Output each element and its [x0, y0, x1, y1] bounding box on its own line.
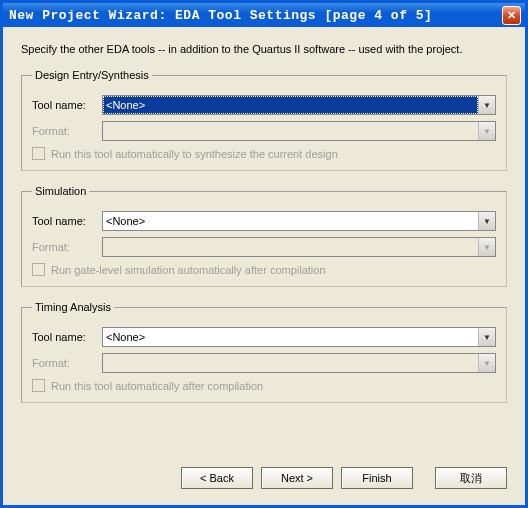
- timing-run-checkbox: [32, 379, 45, 392]
- sim-format-label: Format:: [32, 241, 102, 253]
- design-tool-label: Tool name:: [32, 99, 102, 111]
- sim-run-checkbox: [32, 263, 45, 276]
- chevron-down-icon[interactable]: ▼: [478, 96, 495, 114]
- design-format-label: Format:: [32, 125, 102, 137]
- next-button[interactable]: Next >: [261, 467, 333, 489]
- sim-tool-value: <None>: [103, 215, 478, 227]
- sim-tool-select[interactable]: <None> ▼: [102, 211, 496, 231]
- button-row: < Back Next > Finish 取消: [181, 467, 507, 489]
- design-format-select: ▼: [102, 121, 496, 141]
- cancel-button[interactable]: 取消: [435, 467, 507, 489]
- design-checkbox-text: Run this tool automatically to synthesiz…: [51, 148, 338, 160]
- group-timing: Timing Analysis Tool name: <None> ▼ Form…: [21, 301, 507, 403]
- group-design-entry: Design Entry/Synthesis Tool name: <None>…: [21, 69, 507, 171]
- timing-format-label: Format:: [32, 357, 102, 369]
- chevron-down-icon[interactable]: ▼: [478, 212, 495, 230]
- design-tool-value: <None>: [103, 96, 478, 114]
- group-simulation: Simulation Tool name: <None> ▼ Format: ▼…: [21, 185, 507, 287]
- sim-format-select: ▼: [102, 237, 496, 257]
- timing-tool-select[interactable]: <None> ▼: [102, 327, 496, 347]
- sim-tool-label: Tool name:: [32, 215, 102, 227]
- group-design-legend: Design Entry/Synthesis: [32, 69, 152, 81]
- group-simulation-legend: Simulation: [32, 185, 89, 197]
- timing-format-select: ▼: [102, 353, 496, 373]
- sim-checkbox-text: Run gate-level simulation automatically …: [51, 264, 326, 276]
- chevron-down-icon: ▼: [478, 354, 495, 372]
- chevron-down-icon: ▼: [478, 238, 495, 256]
- chevron-down-icon[interactable]: ▼: [478, 328, 495, 346]
- timing-checkbox-text: Run this tool automatically after compil…: [51, 380, 263, 392]
- timing-tool-label: Tool name:: [32, 331, 102, 343]
- titlebar: New Project Wizard: EDA Tool Settings [p…: [3, 3, 525, 27]
- back-button[interactable]: < Back: [181, 467, 253, 489]
- client-area: Specify the other EDA tools -- in additi…: [3, 27, 525, 403]
- intro-text: Specify the other EDA tools -- in additi…: [21, 43, 507, 55]
- window-title: New Project Wizard: EDA Tool Settings [p…: [9, 8, 432, 23]
- design-tool-select[interactable]: <None> ▼: [102, 95, 496, 115]
- group-timing-legend: Timing Analysis: [32, 301, 114, 313]
- finish-button[interactable]: Finish: [341, 467, 413, 489]
- close-icon[interactable]: ✕: [502, 6, 521, 25]
- chevron-down-icon: ▼: [478, 122, 495, 140]
- design-run-checkbox: [32, 147, 45, 160]
- timing-tool-value: <None>: [103, 331, 478, 343]
- wizard-window: New Project Wizard: EDA Tool Settings [p…: [0, 0, 528, 508]
